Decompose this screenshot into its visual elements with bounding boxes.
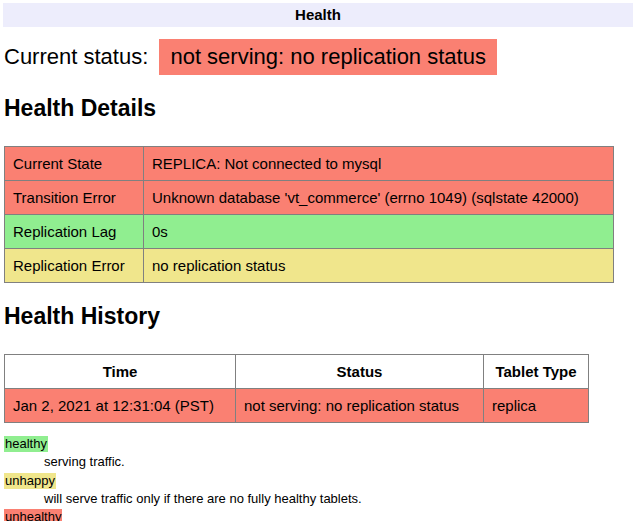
health-page: Health Current status: not serving: no r… (3, 3, 633, 521)
legend-term: unhealthy (4, 509, 633, 521)
health-history-table: Time Status Tablet Type Jan 2, 2021 at 1… (4, 354, 589, 423)
current-status-label: Current status: (4, 44, 148, 69)
legend-term: unhappy (4, 473, 633, 489)
detail-label: Replication Error (5, 249, 144, 283)
page-header: Health (3, 3, 633, 27)
legend-term-unhappy: unhappy (4, 473, 56, 489)
legend-definition: serving traffic. (44, 454, 633, 470)
legend-term: healthy (4, 436, 633, 452)
current-status-line: Current status: not serving: no replicat… (4, 39, 633, 75)
history-column-tablet-type: Tablet Type (484, 355, 589, 389)
detail-value: REPLICA: Not connected to mysql (144, 147, 614, 181)
detail-label: Current State (5, 147, 144, 181)
legend-term-healthy: healthy (4, 436, 48, 452)
detail-row: Replication Lag 0s (5, 215, 614, 249)
status-legend: healthy serving traffic. unhappy will se… (4, 436, 633, 521)
detail-row: Replication Error no replication status (5, 249, 614, 283)
legend-term-unhealthy: unhealthy (4, 509, 62, 521)
history-row: Jan 2, 2021 at 12:31:04 (PST) not servin… (5, 389, 589, 423)
health-details-table: Current State REPLICA: Not connected to … (4, 146, 614, 283)
detail-value: Unknown database 'vt_commerce' (errno 10… (144, 181, 614, 215)
detail-row: Transition Error Unknown database 'vt_co… (5, 181, 614, 215)
history-cell-status: not serving: no replication status (236, 389, 484, 423)
detail-value: no replication status (144, 249, 614, 283)
health-details-heading: Health Details (4, 95, 633, 122)
history-column-status: Status (236, 355, 484, 389)
detail-row: Current State REPLICA: Not connected to … (5, 147, 614, 181)
history-header-row: Time Status Tablet Type (5, 355, 589, 389)
history-cell-time: Jan 2, 2021 at 12:31:04 (PST) (5, 389, 236, 423)
history-cell-tablet-type: replica (484, 389, 589, 423)
legend-definition: will serve traffic only if there are no … (44, 491, 633, 507)
health-history-heading: Health History (4, 303, 633, 330)
page-title: Health (295, 6, 341, 23)
history-column-time: Time (5, 355, 236, 389)
current-status-value: not serving: no replication status (159, 39, 497, 75)
detail-label: Transition Error (5, 181, 144, 215)
detail-label: Replication Lag (5, 215, 144, 249)
detail-value: 0s (144, 215, 614, 249)
